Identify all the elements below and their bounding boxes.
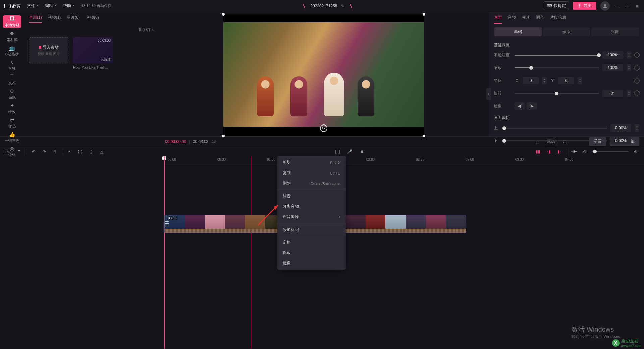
resize-handle-bl[interactable] — [222, 135, 225, 137]
subtab-mask[interactable]: 蒙版 — [543, 27, 590, 36]
sidebar-item-audio[interactable]: ♫音频 — [3, 59, 21, 71]
slider-opacity[interactable] — [515, 55, 599, 56]
menu-edit[interactable]: 编辑 — [45, 3, 57, 9]
trim-left-button[interactable]: ⟨|⟩ — [76, 148, 84, 155]
keyframe-icon[interactable] — [634, 77, 640, 84]
close-button[interactable]: ✕ — [634, 3, 640, 9]
stepper-rotation[interactable]: ▲▼ — [627, 90, 631, 97]
import-media-card[interactable]: 导入素材 视频 音频 图片 — [29, 37, 68, 69]
cm-detach-audio[interactable]: 分离音频 — [277, 201, 346, 212]
user-avatar[interactable] — [600, 1, 610, 11]
keyframe-icon[interactable] — [634, 90, 640, 97]
cm-mirror[interactable]: 镜像 — [277, 258, 346, 268]
record-audio-button[interactable]: 🎤 — [346, 148, 354, 155]
media-tab-audio[interactable]: 音频(0) — [86, 15, 99, 23]
media-tab-all[interactable]: 全部(1) — [29, 15, 42, 23]
input-scale[interactable]: 100% — [602, 64, 623, 71]
sidebar-item-sticker[interactable]: ☺贴纸 — [3, 88, 21, 100]
minimize-button[interactable]: — — [614, 3, 620, 9]
mirror-horizontal-button[interactable]: ◀| — [515, 102, 525, 110]
mirror-vertical-button[interactable]: |▶ — [527, 102, 537, 110]
resize-handle-tr[interactable] — [423, 13, 425, 16]
sidebar-item-library[interactable]: ☻素材库 — [3, 30, 21, 42]
input-opacity[interactable]: 100% — [602, 51, 623, 59]
input-y[interactable]: 0 — [558, 77, 574, 84]
resize-handle-tl[interactable] — [222, 13, 225, 16]
cm-cut[interactable]: 剪切Ctrl+X — [277, 157, 346, 168]
slider-crop-top[interactable] — [504, 128, 607, 129]
stepper-opacity[interactable]: ▲▼ — [627, 51, 631, 59]
input-rotation[interactable]: 0° — [602, 90, 623, 97]
shortcuts-button[interactable]: ⌨快捷键 — [544, 1, 569, 10]
stepper-x[interactable]: ▲▼ — [542, 77, 547, 84]
media-tab-image[interactable]: 图片(0) — [67, 15, 80, 23]
props-tab-speed[interactable]: 变速 — [522, 15, 530, 24]
media-clip-card[interactable]: 00:03:03 已添加 How You Like That ... — [73, 37, 113, 69]
props-tab-color[interactable]: 调色 — [536, 15, 544, 24]
snap3-button[interactable]: ▮◦ — [556, 148, 563, 155]
playhead[interactable] — [164, 156, 165, 349]
record-screen-button[interactable]: ⏺ — [358, 148, 366, 155]
cm-freeze[interactable]: 定格 — [277, 237, 346, 248]
menu-help[interactable]: 帮助 — [63, 3, 75, 9]
tool-dropdown[interactable] — [15, 148, 23, 155]
stepper-scale[interactable]: ▲▼ — [627, 64, 631, 71]
video-track[interactable]: 03:03 — [164, 215, 644, 233]
resize-handle-br[interactable] — [423, 135, 425, 137]
subtab-basic[interactable]: 基础 — [494, 27, 542, 36]
zoom-in-button[interactable]: ⊕ — [632, 148, 639, 155]
sidebar-item-triple[interactable]: 👍一键三连 — [3, 131, 21, 143]
props-tab-info[interactable]: 片段信息 — [550, 15, 566, 24]
project-name[interactable]: 202302171258 — [310, 4, 337, 8]
cm-reverse[interactable]: 倒放 — [277, 248, 346, 258]
pointer-tool[interactable]: ↖ — [5, 148, 12, 155]
delete-button[interactable]: 🗑 — [51, 148, 59, 155]
slider-rotation[interactable] — [515, 93, 599, 94]
fullscreen-button[interactable]: ⛶ — [561, 139, 569, 145]
sidebar-item-text[interactable]: T文本 — [3, 73, 21, 86]
keyframe-icon[interactable] — [634, 52, 640, 58]
sidebar-item-bilibili-hot[interactable]: 📺B站热榜 — [3, 44, 21, 57]
slider-crop-bottom[interactable] — [504, 140, 607, 141]
snap1-button[interactable]: ▮▮ — [534, 148, 542, 155]
zoom-out-button[interactable]: ⊖ — [581, 148, 588, 155]
panel-collapse-handle[interactable]: › — [486, 88, 491, 100]
input-x[interactable]: 0 — [523, 77, 539, 84]
cm-denoise[interactable]: 声音降噪› — [277, 212, 346, 222]
slider-scale[interactable] — [515, 67, 599, 68]
reset-button[interactable]: 重置 — [589, 137, 606, 146]
sidebar-item-local-media[interactable]: 🖼本地素材 — [3, 15, 21, 28]
media-tab-video[interactable]: 视频(1) — [48, 15, 61, 23]
menu-file[interactable]: 文件 — [27, 3, 39, 9]
props-tab-audio[interactable]: 音频 — [508, 15, 516, 24]
cm-copy[interactable]: 复制Ctrl+C — [277, 168, 346, 178]
zoom-slider[interactable] — [592, 151, 629, 152]
timeline-main[interactable]: 00:00 00:30 01:00 01:30 02:00 02:30 03:0… — [164, 156, 644, 349]
snap2-button[interactable]: ◦▮ — [545, 148, 552, 155]
undo-button[interactable]: ↶ — [30, 148, 37, 155]
cm-mute[interactable]: 静音 — [277, 191, 346, 201]
keyframe-icon[interactable] — [634, 64, 640, 71]
sidebar-item-transition[interactable]: ⇄转场 — [3, 116, 21, 129]
edit-name-icon[interactable]: ✎ — [341, 4, 344, 8]
props-tab-picture[interactable]: 画面 — [494, 15, 502, 24]
cm-delete[interactable]: 删除Delete/Backspace — [277, 178, 346, 189]
stepper-y[interactable]: ▲▼ — [578, 77, 582, 84]
stepper-crop-top[interactable]: ▲▼ — [635, 124, 639, 132]
sidebar-item-effects[interactable]: ✦特效 — [3, 102, 21, 114]
redo-button[interactable]: ↷ — [41, 148, 48, 155]
magnet-button[interactable]: ⊣⊢ — [570, 148, 578, 155]
export-button[interactable]: ⭱导出 — [573, 2, 596, 10]
input-crop-bottom[interactable]: 0.00% — [610, 137, 631, 144]
subtab-cutout[interactable]: 抠图 — [591, 27, 639, 36]
preview-canvas[interactable]: ⟳ — [223, 14, 424, 136]
maximize-button[interactable]: □ — [624, 3, 630, 9]
mirror-tool[interactable]: △ — [98, 148, 105, 155]
timeline-ruler[interactable]: 00:00 00:30 01:00 01:30 02:00 02:30 03:0… — [164, 156, 644, 165]
input-crop-top[interactable]: 0.00% — [610, 124, 631, 132]
clip-handle-left[interactable] — [165, 221, 169, 226]
aspect-ratio-button[interactable]: ⬚ — [534, 139, 541, 145]
cm-add-marker[interactable]: 添加标记 — [277, 225, 346, 235]
split-button[interactable]: ✂ — [66, 148, 73, 155]
trim-right-button[interactable]: ⟨⟩ — [87, 148, 95, 155]
